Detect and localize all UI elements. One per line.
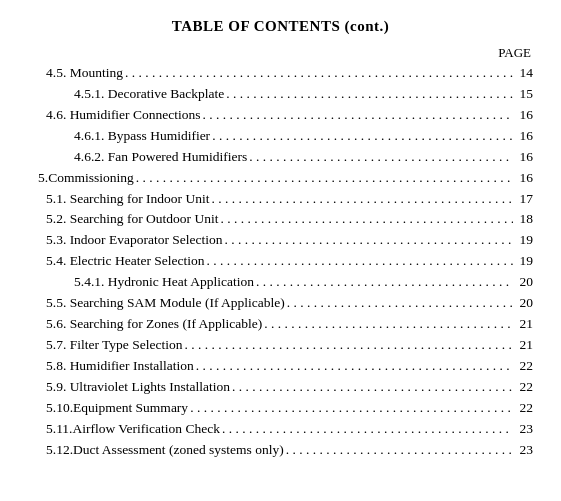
toc-entry-page: 17 <box>515 189 533 210</box>
toc-entry-dots: . . . . . . . . . . . . . . . . . . . . … <box>190 398 513 419</box>
toc-entry-5-7: 5.7. Filter Type Selection . . . . . . .… <box>28 335 533 356</box>
toc-entry-dots: . . . . . . . . . . . . . . . . . . . . … <box>220 209 513 230</box>
toc-entry-5-6: 5.6. Searching for Zones (If Applicable)… <box>28 314 533 335</box>
toc-entry-page: 16 <box>515 126 533 147</box>
toc-entry-label: 5.1. Searching for Indoor Unit <box>46 189 209 210</box>
toc-entry-dots: . . . . . . . . . . . . . . . . . . . . … <box>184 335 513 356</box>
toc-list: 4.5. Mounting . . . . . . . . . . . . . … <box>28 63 533 461</box>
toc-entry-page: 16 <box>515 168 533 189</box>
toc-entry-dots: . . . . . . . . . . . . . . . . . . . . … <box>226 84 513 105</box>
toc-entry-label: 5.5. Searching SAM Module (If Applicable… <box>46 293 285 314</box>
toc-entry-label: 5.11.Airflow Verification Check <box>46 419 220 440</box>
toc-entry-label: 5.6. Searching for Zones (If Applicable) <box>46 314 262 335</box>
toc-entry-dots: . . . . . . . . . . . . . . . . . . . . … <box>287 293 513 314</box>
toc-entry-label: 4.5.1. Decorative Backplate <box>74 84 224 105</box>
toc-entry-5-4: 5.4. Electric Heater Selection . . . . .… <box>28 251 533 272</box>
toc-entry-label: 5.7. Filter Type Selection <box>46 335 182 356</box>
toc-entry-page: 16 <box>515 105 533 126</box>
toc-entry-page: 19 <box>515 251 533 272</box>
toc-entry-5-10: 5.10.Equipment Summary . . . . . . . . .… <box>28 398 533 419</box>
toc-entry-page: 23 <box>515 419 533 440</box>
toc-entry-label: 5.8. Humidifier Installation <box>46 356 194 377</box>
toc-entry-page: 15 <box>515 84 533 105</box>
toc-entry-page: 23 <box>515 440 533 461</box>
toc-entry-dots: . . . . . . . . . . . . . . . . . . . . … <box>136 168 513 189</box>
toc-entry-5-12: 5.12.Duct Assessment (zoned systems only… <box>28 440 533 461</box>
toc-entry-page: 22 <box>515 398 533 419</box>
toc-entry-dots: . . . . . . . . . . . . . . . . . . . . … <box>202 105 513 126</box>
toc-entry-dots: . . . . . . . . . . . . . . . . . . . . … <box>196 356 513 377</box>
toc-entry-dots: . . . . . . . . . . . . . . . . . . . . … <box>286 440 513 461</box>
toc-entry-label: 5.12.Duct Assessment (zoned systems only… <box>46 440 284 461</box>
toc-entry-4-6-1: 4.6.1. Bypass Humidifier . . . . . . . .… <box>28 126 533 147</box>
toc-entry-5-8: 5.8. Humidifier Installation . . . . . .… <box>28 356 533 377</box>
toc-entry-page: 16 <box>515 147 533 168</box>
page-title: TABLE OF CONTENTS (cont.) <box>28 18 533 35</box>
toc-entry-label: 5.Commissioning <box>38 168 134 189</box>
page-label: PAGE <box>28 45 533 61</box>
toc-entry-label: 5.10.Equipment Summary <box>46 398 188 419</box>
toc-entry-4-6-2: 4.6.2. Fan Powered Humidifiers . . . . .… <box>28 147 533 168</box>
toc-entry-label: 5.2. Searching for Outdoor Unit <box>46 209 218 230</box>
toc-entry-5-1: 5.1. Searching for Indoor Unit . . . . .… <box>28 189 533 210</box>
toc-entry-dots: . . . . . . . . . . . . . . . . . . . . … <box>211 189 513 210</box>
toc-entry-dots: . . . . . . . . . . . . . . . . . . . . … <box>222 419 513 440</box>
toc-entry-page: 21 <box>515 335 533 356</box>
toc-entry-5-5: 5.5. Searching SAM Module (If Applicable… <box>28 293 533 314</box>
toc-entry-page: 20 <box>515 272 533 293</box>
toc-entry-page: 22 <box>515 377 533 398</box>
toc-entry-dots: . . . . . . . . . . . . . . . . . . . . … <box>232 377 513 398</box>
toc-entry-label: 5.3. Indoor Evaporator Selection <box>46 230 223 251</box>
toc-entry-page: 19 <box>515 230 533 251</box>
toc-entry-dots: . . . . . . . . . . . . . . . . . . . . … <box>256 272 513 293</box>
toc-entry-page: 18 <box>515 209 533 230</box>
toc-entry-5: 5.Commissioning . . . . . . . . . . . . … <box>28 168 533 189</box>
toc-entry-label: 4.6.2. Fan Powered Humidifiers <box>74 147 247 168</box>
toc-entry-5-9: 5.9. Ultraviolet Lights Installation . .… <box>28 377 533 398</box>
toc-entry-page: 21 <box>515 314 533 335</box>
toc-entry-5-4-1: 5.4.1. Hydronic Heat Application . . . .… <box>28 272 533 293</box>
toc-entry-label: 4.6.1. Bypass Humidifier <box>74 126 210 147</box>
toc-entry-label: 5.9. Ultraviolet Lights Installation <box>46 377 230 398</box>
toc-entry-5-3: 5.3. Indoor Evaporator Selection . . . .… <box>28 230 533 251</box>
toc-entry-label: 4.6. Humidifier Connections <box>46 105 200 126</box>
toc-entry-dots: . . . . . . . . . . . . . . . . . . . . … <box>225 230 513 251</box>
toc-entry-dots: . . . . . . . . . . . . . . . . . . . . … <box>125 63 513 84</box>
toc-entry-page: 14 <box>515 63 533 84</box>
toc-entry-4-5-1: 4.5.1. Decorative Backplate . . . . . . … <box>28 84 533 105</box>
toc-entry-dots: . . . . . . . . . . . . . . . . . . . . … <box>249 147 513 168</box>
toc-entry-label: 4.5. Mounting <box>46 63 123 84</box>
toc-entry-page: 20 <box>515 293 533 314</box>
toc-entry-page: 22 <box>515 356 533 377</box>
toc-entry-label: 5.4. Electric Heater Selection <box>46 251 205 272</box>
toc-entry-5-11: 5.11.Airflow Verification Check . . . . … <box>28 419 533 440</box>
toc-entry-label: 5.4.1. Hydronic Heat Application <box>74 272 254 293</box>
toc-entry-5-2: 5.2. Searching for Outdoor Unit . . . . … <box>28 209 533 230</box>
toc-entry-4-5: 4.5. Mounting . . . . . . . . . . . . . … <box>28 63 533 84</box>
toc-entry-dots: . . . . . . . . . . . . . . . . . . . . … <box>212 126 513 147</box>
toc-entry-dots: . . . . . . . . . . . . . . . . . . . . … <box>264 314 513 335</box>
toc-entry-dots: . . . . . . . . . . . . . . . . . . . . … <box>207 251 513 272</box>
page: TABLE OF CONTENTS (cont.) PAGE 4.5. Moun… <box>0 0 561 501</box>
toc-entry-4-6: 4.6. Humidifier Connections . . . . . . … <box>28 105 533 126</box>
